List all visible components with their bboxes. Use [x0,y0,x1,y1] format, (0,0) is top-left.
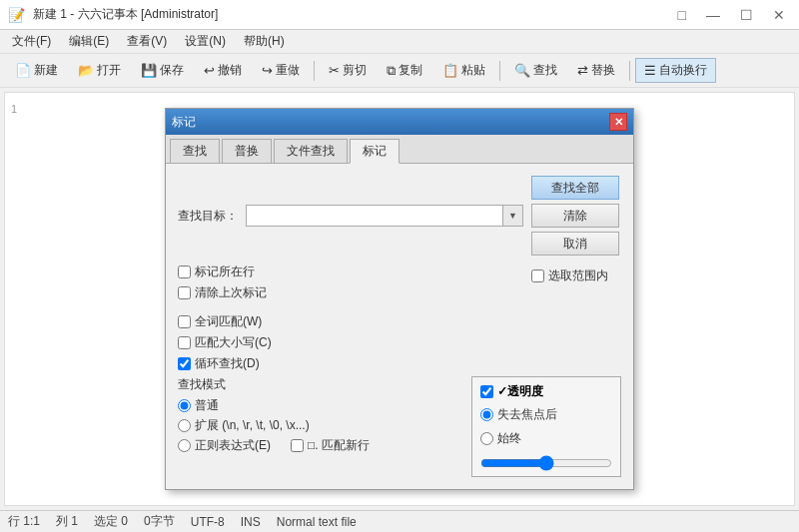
cancel-btn[interactable]: 取消 [531,232,619,256]
toolbar-find-btn[interactable]: 🔍 查找 [505,58,566,83]
radio-extended-label[interactable]: 扩展 (\n, \r, \t, \0, \x...) [178,417,310,434]
radio-match-newline-label[interactable]: □. 匹配新行 [291,437,370,454]
transparency-col: ✓透明度 失去焦点后 [471,376,621,477]
tab-find[interactable]: 查找 [170,139,220,163]
menu-settings[interactable]: 设置(N) [177,31,234,52]
toolbar-sep3 [629,61,630,81]
dialog-close-btn[interactable]: ✕ [609,113,627,131]
bottom-row: 查找模式 普通 扩展 (\n, \r, \t, \0, \x...) [178,376,621,477]
new-icon: 📄 [15,63,31,78]
open-icon: 📂 [78,63,94,78]
dropdown-icon: ▼ [508,211,517,221]
cut-icon: ✂ [329,63,340,78]
radio-always-label[interactable]: 始终 [480,430,521,447]
toolbar-new-btn[interactable]: 📄 新建 [6,58,67,83]
radio-extended-row: 扩展 (\n, \r, \t, \0, \x...) [178,417,459,434]
window-restore-btn[interactable]: □ [672,4,692,26]
search-target-area: 查找目标： ▼ 查找全部 清除 取消 [178,176,621,256]
toolbar-wordwrap-btn[interactable]: ☰ 自动换行 [635,58,716,83]
whole-word-label[interactable]: 全词匹配(W) [178,313,262,330]
match-case-checkbox[interactable] [178,336,191,349]
search-mode-col: 查找模式 普通 扩展 (\n, \r, \t, \0, \x...) [178,376,459,477]
toolbar-redo-btn[interactable]: ↪ 重做 [253,58,309,83]
wrap-label[interactable]: 循环查找(D) [178,355,260,372]
window-title: 新建 1 - 六六记事本 [Administrator] [33,6,218,23]
mark-line-row: 标记所在行 [178,264,521,280]
status-file-type: Normal text file [277,515,357,529]
radio-lose-focus[interactable] [480,408,493,421]
dialog-content: 查找目标： ▼ 查找全部 清除 取消 [166,164,633,489]
app-icon: 📝 [8,7,25,23]
radio-always-row: 始终 [480,430,612,447]
search-dropdown-btn[interactable]: ▼ [503,205,523,227]
match-newline-checkbox[interactable] [291,439,304,452]
transparency-check-label[interactable]: ✓透明度 [480,383,543,400]
menu-help[interactable]: 帮助(H) [236,31,293,52]
transparency-slider[interactable] [480,456,612,470]
toolbar-paste-btn[interactable]: 📋 粘贴 [433,58,494,83]
radio-regex[interactable] [178,439,191,452]
tab-replace[interactable]: 普换 [222,139,272,163]
action-buttons: 查找全部 清除 取消 [531,176,621,256]
menu-edit[interactable]: 编辑(E) [61,31,117,52]
whole-word-checkbox[interactable] [178,315,191,328]
toolbar-sep1 [314,61,315,81]
status-selected: 选定 0 [94,513,128,530]
toolbar-sep2 [499,61,500,81]
toolbar-open-btn[interactable]: 📂 打开 [69,58,130,83]
select-range-label[interactable]: 选取范围内 [531,267,621,284]
window-close-btn[interactable]: ✕ [767,4,791,26]
dialog-title: 标记 [172,114,609,131]
tab-mark[interactable]: 标记 [350,139,400,164]
status-bar: 行 1:1 列 1 选定 0 0字节 UTF-8 INS Normal text… [0,510,799,532]
toolbar-undo-btn[interactable]: ↩ 撤销 [195,58,251,83]
mark-line-label[interactable]: 标记所在行 [178,264,255,280]
radio-regex-row: 正则表达式(E) □. 匹配新行 [178,437,459,454]
radio-normal[interactable] [178,399,191,412]
match-case-label[interactable]: 匹配大小写(C) [178,334,272,351]
menu-file[interactable]: 文件(F) [4,31,59,52]
window-maximize-btn[interactable]: ☐ [734,4,759,26]
toolbar-cut-btn[interactable]: ✂ 剪切 [320,58,376,83]
radio-extended[interactable] [178,419,191,432]
transparency-checkbox[interactable] [480,385,493,398]
match-case-row: 匹配大小写(C) [178,334,621,351]
dialog-titlebar: 标记 ✕ [166,109,633,135]
options-checkboxes: 全词匹配(W) 匹配大小写(C) 循环查找(D) [178,313,621,372]
main-area: 1 标记 ✕ 查找 普换 文件查找 标记 查找目标： [0,88,799,510]
select-range-checkbox[interactable] [531,269,544,282]
clear-btn[interactable]: 清除 [531,204,619,228]
checkbox-area: 标记所在行 清除上次标记 选取范围内 [178,264,621,305]
mark-line-checkbox[interactable] [178,266,191,278]
transparency-header: ✓透明度 [480,383,612,400]
status-position: 行 1:1 [8,513,40,530]
wordwrap-icon: ☰ [644,63,656,78]
radio-regex-label[interactable]: 正则表达式(E) [178,437,271,454]
radio-lose-focus-label[interactable]: 失去焦点后 [480,406,557,423]
window-minimize-btn[interactable]: — [700,4,726,26]
wrap-checkbox[interactable] [178,357,191,370]
menu-bar: 文件(F) 编辑(E) 查看(V) 设置(N) 帮助(H) [0,30,799,54]
find-all-btn[interactable]: 查找全部 [531,176,619,200]
radio-normal-row: 普通 [178,397,459,414]
dialog-tabs: 查找 普换 文件查找 标记 [166,135,633,164]
search-target-label: 查找目标： [178,208,238,225]
status-encoding: UTF-8 [191,515,225,529]
radio-always[interactable] [480,432,493,445]
clear-last-row: 清除上次标记 [178,284,521,301]
search-target-input[interactable] [246,205,503,227]
search-mode-title: 查找模式 [178,376,459,393]
tab-file-find[interactable]: 文件查找 [274,139,348,163]
clear-last-label[interactable]: 清除上次标记 [178,284,267,301]
toolbar-copy-btn[interactable]: ⧉ 复制 [378,58,431,83]
menu-view[interactable]: 查看(V) [119,31,175,52]
status-ins: INS [241,515,261,529]
paste-icon: 📋 [442,63,458,78]
clear-last-checkbox[interactable] [178,286,191,299]
window-controls: □ — ☐ ✕ [672,4,791,26]
toolbar: 📄 新建 📂 打开 💾 保存 ↩ 撤销 ↪ 重做 ✂ 剪切 ⧉ 复制 📋 粘贴 … [0,54,799,88]
radio-normal-label[interactable]: 普通 [178,397,219,414]
toolbar-save-btn[interactable]: 💾 保存 [132,58,193,83]
save-icon: 💾 [141,63,157,78]
toolbar-replace-btn[interactable]: ⇄ 替换 [568,58,624,83]
